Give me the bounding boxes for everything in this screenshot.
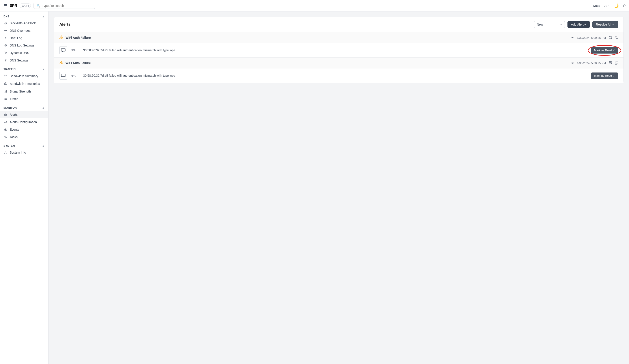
sidebar-section-traffic[interactable]: TRAFFIC ▲ bbox=[0, 64, 48, 72]
blocklists-icon: ⊙ bbox=[3, 21, 7, 25]
save-icon-2[interactable] bbox=[609, 61, 612, 65]
alert-warning-icon-2 bbox=[59, 61, 63, 65]
sidebar-section-system-label: SYSTEM bbox=[3, 144, 15, 147]
sidebar-item-label: Signal Strength bbox=[10, 90, 31, 93]
sidebar-section-system[interactable]: SYSTEM ▲ bbox=[0, 141, 48, 149]
eye-icon-2[interactable]: 👁 bbox=[571, 62, 574, 65]
device-icon-1 bbox=[59, 46, 67, 54]
device-label-2: N/A bbox=[71, 74, 80, 77]
alert-message-2: 30:58:90:32:7d:e5 failed wifi authentica… bbox=[83, 74, 587, 77]
mark-as-read-label-1: Mark as Read ✓ bbox=[594, 49, 615, 52]
sidebar-item-label: DNS Log bbox=[10, 36, 22, 40]
svg-point-12 bbox=[61, 38, 61, 38]
add-alert-label: Add Alert + bbox=[571, 23, 586, 26]
copy-icon-2[interactable] bbox=[615, 61, 618, 65]
sidebar-item-signal-strength[interactable]: Signal Strength bbox=[0, 88, 48, 95]
sidebar-item-bandwidth-timeseries[interactable]: Bandwidth Timeseries bbox=[0, 80, 48, 88]
sidebar-item-label: Alerts bbox=[10, 113, 18, 116]
search-input[interactable] bbox=[42, 4, 92, 7]
sidebar-item-bandwidth-summary[interactable]: Bandwidth Summary bbox=[0, 72, 48, 80]
sidebar-item-dynamic-dns[interactable]: ↻ Dynamic DNS bbox=[0, 49, 48, 57]
eye-icon[interactable]: 👁 bbox=[571, 36, 574, 39]
alert-row-2: N/A 30:58:90:32:7d:e5 failed wifi authen… bbox=[54, 69, 624, 83]
svg-point-9 bbox=[5, 115, 6, 115]
docs-link[interactable]: Docs bbox=[593, 4, 600, 7]
bandwidth-summary-icon bbox=[3, 74, 7, 78]
alert-group-2-timestamp: 1/30/2024, 5:00:25 PM bbox=[577, 62, 606, 65]
system-info-icon: △ bbox=[3, 151, 7, 155]
sidebar-item-system-info[interactable]: △ System Info bbox=[0, 149, 48, 156]
topnav-right: Docs API 🌙 ⎋ bbox=[593, 3, 626, 8]
main-layout: DNS ▲ ⊙ Blocklists/Ad-Block ⇌ DNS Overri… bbox=[0, 11, 629, 364]
dns-log-settings-icon: ⚙ bbox=[3, 43, 7, 47]
sidebar-item-alerts[interactable]: Alerts bbox=[0, 111, 48, 118]
sidebar-item-label: DNS Log Settings bbox=[10, 44, 34, 47]
logout-icon[interactable]: ⎋ bbox=[623, 3, 626, 8]
alert-group-2-meta: 👁 1/30/2024, 5:00:25 PM bbox=[571, 61, 618, 65]
svg-rect-30 bbox=[61, 74, 65, 77]
sidebar-item-traffic[interactable]: ≣ Traffic bbox=[0, 95, 48, 103]
svg-rect-26 bbox=[609, 61, 611, 62]
svg-rect-5 bbox=[5, 91, 6, 92]
alert-group-1-header: WiFi Auth Failure 👁 1/30/2024, 5:00:26 P… bbox=[54, 32, 624, 43]
device-icon-2 bbox=[59, 72, 67, 80]
sidebar-item-label: DNS Settings bbox=[10, 59, 28, 62]
filter-select[interactable]: New All Resolved bbox=[534, 21, 565, 28]
alerts-icon bbox=[3, 112, 7, 117]
svg-rect-0 bbox=[4, 84, 5, 85]
alert-message-1: 30:58:90:32:7d:e5 failed wifi authentica… bbox=[83, 48, 587, 52]
api-link[interactable]: API bbox=[604, 4, 609, 7]
bandwidth-timeseries-icon bbox=[3, 82, 7, 86]
chevron-up-icon: ▲ bbox=[42, 144, 45, 147]
sidebar-item-label: Blocklists/Ad-Block bbox=[10, 21, 36, 25]
sidebar-item-alerts-config[interactable]: ⇄ Alerts Configuration bbox=[0, 118, 48, 126]
mark-as-read-button-1[interactable]: Mark as Read ✓ bbox=[591, 47, 618, 54]
search-bar: 🔍 bbox=[33, 3, 95, 9]
sidebar-item-label: DNS Overrides bbox=[10, 29, 30, 32]
svg-rect-14 bbox=[609, 36, 611, 37]
svg-rect-25 bbox=[609, 61, 612, 64]
sidebar-item-tasks[interactable]: ⇅ Tasks bbox=[0, 133, 48, 141]
alert-warning-icon bbox=[59, 35, 63, 40]
device-label-1: N/A bbox=[71, 49, 80, 52]
save-icon[interactable] bbox=[609, 36, 612, 40]
theme-toggle-icon[interactable]: 🌙 bbox=[614, 3, 619, 8]
dns-settings-icon: ✳ bbox=[3, 58, 7, 62]
copy-icon[interactable] bbox=[615, 36, 618, 40]
svg-rect-18 bbox=[61, 49, 65, 51]
sidebar-item-dns-log[interactable]: ≡ DNS Log bbox=[0, 34, 48, 42]
svg-rect-13 bbox=[609, 36, 612, 39]
svg-rect-6 bbox=[6, 90, 7, 92]
signal-strength-icon bbox=[3, 89, 7, 93]
sidebar-item-label: Alerts Configuration bbox=[10, 120, 37, 124]
add-alert-button[interactable]: Add Alert + bbox=[567, 21, 590, 28]
menu-icon[interactable]: ☰ bbox=[3, 3, 7, 8]
sidebar-item-label: Events bbox=[10, 128, 19, 131]
mark-as-read-button-2[interactable]: Mark as Read ✓ bbox=[591, 73, 618, 79]
chevron-up-icon: ▲ bbox=[42, 106, 45, 109]
svg-rect-4 bbox=[5, 91, 5, 92]
sidebar-item-dns-log-settings[interactable]: ⚙ DNS Log Settings bbox=[0, 42, 48, 49]
sidebar-section-dns-label: DNS bbox=[3, 15, 9, 18]
sidebar-item-label: Bandwidth Timeseries bbox=[10, 82, 40, 86]
sidebar-item-blocklists[interactable]: ⊙ Blocklists/Ad-Block bbox=[0, 19, 48, 27]
search-icon: 🔍 bbox=[36, 4, 40, 7]
svg-rect-15 bbox=[609, 38, 612, 39]
sidebar-item-events[interactable]: ◉ Events bbox=[0, 126, 48, 133]
alert-group-2: WiFi Auth Failure 👁 1/30/2024, 5:00:25 P… bbox=[54, 58, 624, 83]
sidebar-item-dns-settings[interactable]: ✳ DNS Settings bbox=[0, 57, 48, 64]
sidebar-section-traffic-label: TRAFFIC bbox=[3, 68, 16, 71]
sidebar-item-label: System Info bbox=[10, 151, 26, 154]
sidebar-item-label: Tasks bbox=[10, 135, 18, 139]
sidebar-item-label: Traffic bbox=[10, 97, 18, 101]
brand-name: SPR bbox=[10, 3, 17, 8]
main-content: Alerts New All Resolved Add Alert + Reso… bbox=[48, 11, 629, 364]
resolve-all-button[interactable]: Resolve All ✓ bbox=[592, 21, 618, 28]
alerts-panel-header: Alerts New All Resolved Add Alert + Reso… bbox=[54, 17, 624, 32]
sidebar-section-dns[interactable]: DNS ▲ bbox=[0, 11, 48, 19]
sidebar-section-monitor[interactable]: MONITOR ▲ bbox=[0, 103, 48, 111]
version-badge: v0.3.4 bbox=[20, 3, 31, 8]
alert-group-1-meta: 👁 1/30/2024, 5:00:26 PM bbox=[571, 36, 618, 40]
sidebar-item-dns-overrides[interactable]: ⇌ DNS Overrides bbox=[0, 27, 48, 34]
svg-rect-2 bbox=[6, 82, 7, 85]
